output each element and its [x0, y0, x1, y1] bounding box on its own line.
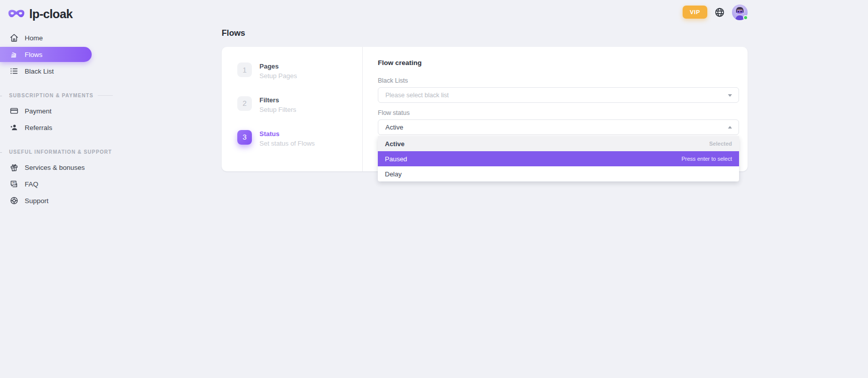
flow-status-dropdown: Active Selected Paused Press enter to se…: [378, 136, 739, 181]
sidebar-item-payment[interactable]: Payment: [0, 103, 92, 118]
app-name: lp-cloak: [29, 7, 73, 21]
step-title: Status: [259, 130, 315, 138]
step-title: Filters: [259, 96, 296, 104]
home-icon: [9, 33, 19, 43]
list-icon: [9, 67, 19, 76]
step-pages[interactable]: 1 Pages Setup Pages: [237, 62, 362, 80]
sidebar-item-label: FAQ: [25, 180, 38, 188]
svg-text:?!: ?!: [12, 181, 15, 184]
flow-wizard-card: 1 Pages Setup Pages 2 Filters Setup Filt…: [222, 47, 748, 171]
sidebar-item-faq[interactable]: ?! FAQ: [0, 176, 92, 192]
step-number-badge: 1: [237, 62, 252, 77]
chevron-down-icon: [728, 94, 732, 97]
black-lists-field: Black Lists Please select black list: [378, 77, 739, 103]
mask-icon: [8, 9, 25, 20]
step-filters[interactable]: 2 Filters Setup Filters: [237, 96, 362, 113]
section-subscription-payments: SUBSCRIPTION & PAYMENTS: [0, 93, 92, 98]
sidebar-item-label: Support: [25, 197, 48, 205]
sidebar: lp-cloak Home Flows Black List SUBSCRIPT…: [0, 0, 92, 378]
app-logo[interactable]: lp-cloak: [0, 0, 92, 22]
sidebar-item-services-bonuses[interactable]: Services & bonuses: [0, 160, 92, 175]
step-subtitle: Setup Filters: [259, 106, 296, 113]
referral-user-icon: [9, 123, 19, 133]
option-paused[interactable]: Paused Press enter to select: [378, 151, 739, 166]
flow-status-select[interactable]: Active: [378, 119, 739, 135]
sidebar-item-label: Home: [25, 34, 43, 42]
step-title: Pages: [259, 62, 297, 71]
step-subtitle: Set status of Flows: [259, 140, 315, 147]
page-title: Flows: [222, 28, 748, 38]
option-active[interactable]: Active Selected: [378, 136, 739, 151]
wizard-steps-panel: 1 Pages Setup Pages 2 Filters Setup Filt…: [222, 47, 363, 171]
sidebar-item-home[interactable]: Home: [0, 30, 92, 45]
faq-bubble-icon: ?!: [9, 179, 19, 189]
sidebar-item-support[interactable]: Support: [0, 193, 92, 208]
black-lists-placeholder: Please select black list: [385, 92, 449, 99]
sidebar-item-label: Payment: [25, 107, 51, 115]
main-content: Flows 1 Pages Setup Pages 2 Filters Setu…: [222, 0, 748, 171]
sidebar-item-label: Black List: [25, 68, 54, 75]
lifebuoy-icon: [9, 196, 19, 206]
step-number-badge: 3: [237, 130, 252, 145]
sidebar-item-label: Flows: [25, 51, 42, 58]
flow-creating-panel: Flow creating Black Lists Please select …: [363, 47, 748, 171]
option-label: Paused: [385, 155, 407, 163]
option-hint: Selected: [709, 141, 732, 147]
credit-card-icon: [9, 106, 19, 116]
step-status[interactable]: 3 Status Set status of Flows: [237, 130, 362, 147]
flow-status-label: Flow status: [378, 109, 739, 116]
option-hint: Press enter to select: [682, 156, 732, 162]
chevron-up-icon: [728, 126, 732, 129]
section-useful-info-support: USEFUL INFORMATION & SUPPORT: [0, 149, 92, 155]
sidebar-item-referrals[interactable]: Referrals: [0, 120, 92, 135]
flow-status-value: Active: [385, 123, 403, 131]
flows-stack-icon: [9, 50, 19, 59]
step-number-badge: 2: [237, 96, 252, 111]
option-label: Active: [385, 140, 405, 148]
black-lists-label: Black Lists: [378, 77, 739, 84]
sidebar-item-flows[interactable]: Flows: [0, 47, 92, 62]
sidebar-nav: Home Flows Black List SUBSCRIPTION & PAY…: [0, 30, 92, 208]
option-delay[interactable]: Delay: [378, 166, 739, 181]
flow-status-field: Flow status Active Active Selected Pause…: [378, 109, 739, 135]
step-subtitle: Setup Pages: [259, 72, 297, 80]
sidebar-item-label: Services & bonuses: [25, 164, 85, 171]
sidebar-item-black-list[interactable]: Black List: [0, 64, 92, 79]
sidebar-item-label: Referrals: [25, 124, 52, 132]
section-divider: [98, 95, 113, 96]
gift-icon: [9, 163, 19, 172]
form-heading: Flow creating: [378, 59, 739, 67]
black-lists-select[interactable]: Please select black list: [378, 87, 739, 103]
option-label: Delay: [385, 170, 402, 178]
